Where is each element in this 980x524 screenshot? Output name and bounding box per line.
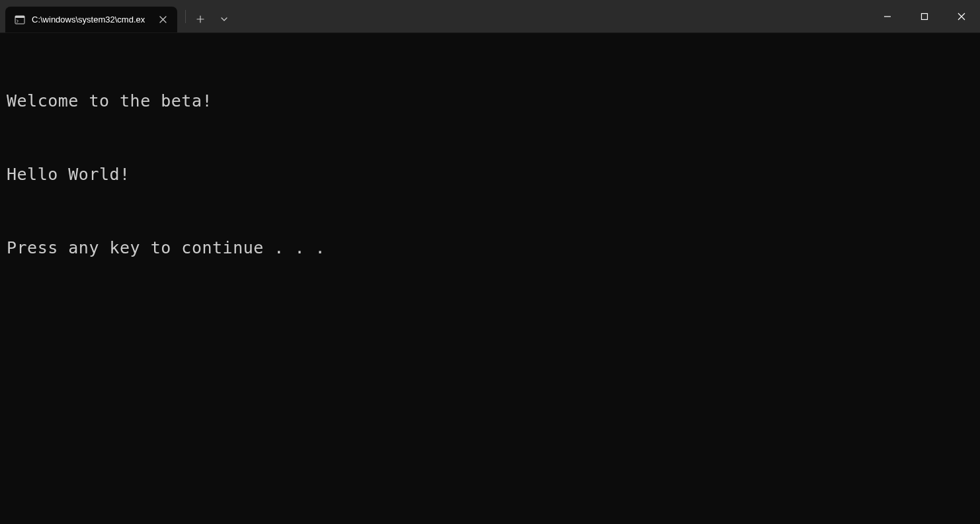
titlebar: C:\windows\system32\cmd.ex: [0, 0, 980, 33]
terminal-line: Press any key to continue . . .: [7, 236, 973, 260]
maximize-button[interactable]: [906, 3, 943, 30]
minimize-button[interactable]: [869, 3, 906, 30]
svg-rect-2: [922, 13, 928, 19]
tab-dropdown-button[interactable]: [212, 7, 236, 31]
terminal-line: Hello World!: [7, 162, 973, 187]
window-controls: [869, 0, 980, 32]
terminal-icon: [15, 15, 25, 25]
terminal-line: Welcome to the beta!: [7, 89, 973, 113]
terminal-output[interactable]: Welcome to the beta! Hello World! Press …: [0, 33, 980, 291]
tab-title: C:\windows\system32\cmd.ex: [32, 15, 149, 24]
close-button[interactable]: [943, 3, 980, 30]
tab-actions: [177, 0, 236, 32]
tab-close-button[interactable]: [156, 13, 169, 26]
svg-rect-1: [15, 16, 24, 18]
titlebar-left: C:\windows\system32\cmd.ex: [0, 0, 236, 32]
tab-cmd[interactable]: C:\windows\system32\cmd.ex: [5, 7, 177, 32]
new-tab-button[interactable]: [188, 7, 212, 31]
divider: [185, 10, 186, 23]
